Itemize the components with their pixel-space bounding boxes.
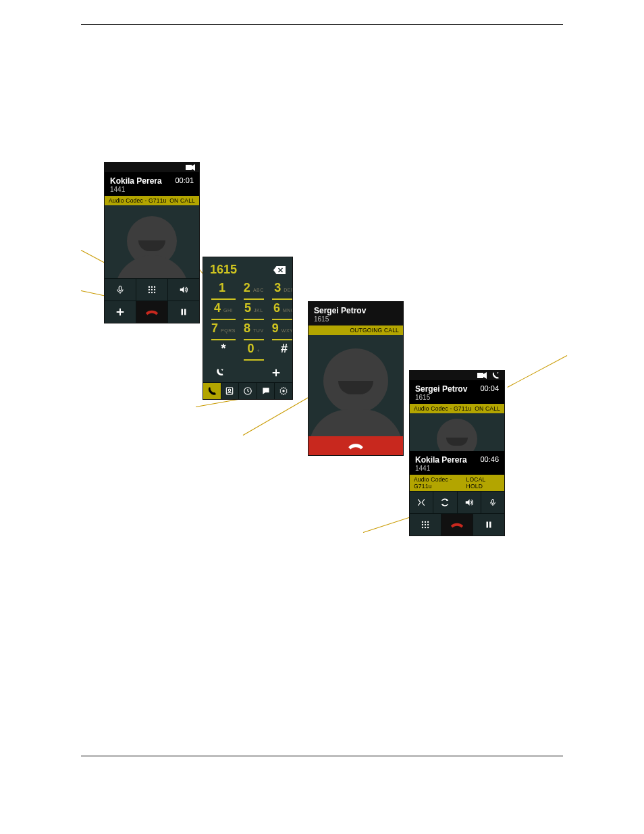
key-7[interactable]: 7PQRS: [211, 321, 236, 340]
call1-codec-bar: Audio Codec - G711u ON CALL: [410, 404, 504, 413]
svg-point-12: [154, 292, 155, 293]
svg-point-23: [229, 389, 232, 392]
call2-header[interactable]: Kokila Perera 1441 00:46: [410, 451, 504, 475]
svg-point-32: [425, 521, 426, 523]
dial-grid: 1 2ABC 3DEF 4GHI 5JKL 6MNO 7PQRS 8TUV 9W…: [203, 280, 292, 365]
svg-point-4: [149, 286, 150, 288]
call1-status: ON CALL: [475, 405, 500, 412]
dialpad-button[interactable]: [410, 514, 441, 536]
phone-active-call: Kokila Perera 1441 00:01 Audio Codec - G…: [104, 162, 200, 323]
svg-rect-40: [487, 522, 489, 528]
mute-button[interactable]: [105, 279, 136, 301]
svg-point-35: [425, 524, 426, 525]
key-hash[interactable]: #: [272, 342, 293, 361]
svg-marker-13: [180, 286, 184, 292]
call-status: ON CALL: [169, 197, 195, 204]
key-star[interactable]: *: [211, 342, 236, 361]
call1-extension: 1615: [415, 394, 499, 401]
codec-bar: Audio Codec - G711u ON CALL: [105, 196, 199, 205]
svg-point-5: [151, 286, 153, 288]
key-8[interactable]: 8TUV: [244, 321, 264, 340]
add-contact-button[interactable]: [271, 367, 281, 378]
speaker-button[interactable]: [457, 492, 481, 513]
key-3[interactable]: 3DEF: [272, 281, 293, 300]
video-icon[interactable]: [477, 372, 487, 379]
call2-timer: 00:46: [480, 455, 499, 463]
svg-point-34: [422, 524, 423, 525]
caller-extension: 1441: [110, 186, 194, 193]
swap-button[interactable]: [433, 492, 456, 513]
svg-rect-0: [186, 165, 192, 170]
dialpad-button[interactable]: [136, 279, 167, 301]
svg-point-38: [425, 527, 426, 528]
mute-button[interactable]: [481, 492, 504, 513]
tab-history[interactable]: [238, 383, 257, 399]
key-2[interactable]: 2ABC: [244, 281, 264, 300]
key-5[interactable]: 5JKL: [244, 301, 264, 320]
status-bar-outgoing: OUTGOING CALL: [308, 325, 403, 335]
call1-codec: Audio Codec - G711u: [414, 405, 472, 412]
phone-outgoing-call: Sergei Petrov 1615 OUTGOING CALL: [308, 301, 404, 456]
end-call-button[interactable]: [308, 436, 403, 455]
svg-rect-16: [182, 309, 184, 315]
pointer-line-5: [243, 394, 313, 436]
backspace-button[interactable]: [273, 266, 286, 274]
key-0[interactable]: 0+: [244, 342, 264, 361]
call2-codec: Audio Codec - G711u: [414, 476, 466, 490]
call2-extension: 1441: [415, 465, 499, 472]
svg-point-25: [282, 390, 285, 392]
bottom-nav: [203, 382, 292, 399]
call1-avatar: [410, 413, 504, 451]
end-call-button[interactable]: [441, 514, 473, 536]
phone-dialpad: 1615 1 2ABC 3DEF 4GHI 5JKL 6MNO 7PQRS 8T…: [203, 257, 293, 400]
key-6[interactable]: 6MNO: [272, 301, 293, 320]
tab-settings[interactable]: [274, 383, 292, 399]
avatar: [308, 335, 403, 436]
svg-point-37: [422, 527, 423, 528]
hold-button[interactable]: [167, 301, 199, 323]
svg-point-7: [149, 289, 150, 290]
dial-display: 1615: [203, 257, 292, 280]
video-icon[interactable]: [186, 164, 195, 171]
transfer-icon[interactable]: [491, 371, 500, 380]
phone-two-calls: Sergei Petrov 1615 00:04 Audio Codec - G…: [409, 370, 505, 536]
call-timer: 00:01: [175, 176, 194, 184]
redial-button[interactable]: [214, 368, 226, 377]
key-9[interactable]: 9WXYZ: [272, 321, 293, 340]
tab-messages[interactable]: [257, 383, 275, 399]
svg-point-31: [422, 521, 423, 523]
key-1[interactable]: 1: [211, 281, 236, 300]
key-4[interactable]: 4GHI: [211, 301, 236, 320]
svg-point-10: [149, 292, 150, 293]
svg-rect-41: [489, 522, 491, 528]
pointer-line-6: [507, 355, 567, 388]
status-bar: [410, 371, 504, 380]
svg-rect-26: [477, 373, 483, 378]
svg-marker-1: [192, 164, 195, 171]
codec-label: Audio Codec - G711u: [109, 197, 167, 204]
merge-button[interactable]: [410, 492, 433, 513]
avatar: [105, 205, 199, 278]
hold-button[interactable]: [473, 514, 504, 536]
svg-point-33: [427, 521, 429, 523]
svg-marker-27: [483, 372, 487, 379]
end-call-button[interactable]: [136, 301, 167, 323]
svg-point-8: [151, 289, 153, 290]
caller-header: Kokila Perera 1441 00:01: [105, 172, 199, 196]
call-status: OUTGOING CALL: [350, 327, 399, 334]
svg-point-11: [151, 292, 153, 293]
typed-number: 1615: [210, 263, 237, 277]
svg-point-36: [427, 524, 429, 525]
call1-header[interactable]: Sergei Petrov 1615 00:04: [410, 380, 504, 404]
status-bar: [105, 163, 199, 172]
caller-extension: 1615: [314, 315, 398, 323]
call1-timer: 00:04: [480, 384, 499, 392]
caller-header: Sergei Petrov 1615: [308, 302, 403, 325]
svg-rect-29: [491, 500, 493, 504]
tab-contacts[interactable]: [221, 383, 239, 399]
tab-phone[interactable]: [203, 383, 221, 399]
svg-marker-28: [465, 499, 469, 505]
svg-point-9: [154, 289, 155, 290]
add-call-button[interactable]: [105, 301, 136, 323]
speaker-button[interactable]: [167, 279, 199, 301]
